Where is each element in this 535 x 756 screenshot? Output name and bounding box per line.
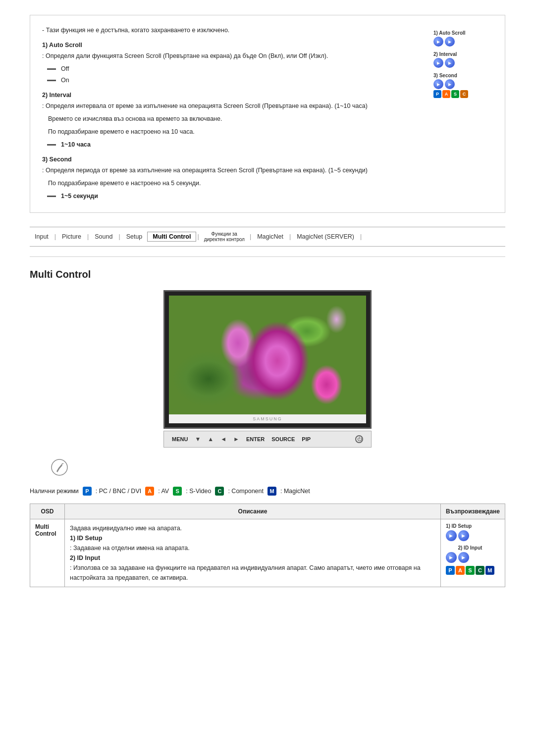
info-images-area: 1) Auto Scroll ▶ ▶ 2) Interval ▶ ▶ 3) Se… [433, 25, 493, 202]
page-divider [30, 256, 505, 257]
section2-desc: : Определя интервала от време за изпълне… [42, 101, 424, 111]
pasc-badges: P A S C M [446, 566, 494, 575]
bullet-line-off [47, 68, 56, 70]
mode-badge-s: S [173, 487, 182, 496]
mode-badge-c: C [215, 487, 224, 496]
up-button[interactable]: ▲ [208, 436, 214, 443]
nav-sep5: | [249, 233, 252, 240]
nav-picture[interactable]: Picture [57, 233, 86, 240]
replay-label1: 1) ID Setup [446, 523, 472, 529]
item1-desc: : Задаване на отделни имена на апарата. [70, 545, 190, 552]
pen-icon-area [50, 457, 505, 479]
mode-a-desc: : AV [158, 488, 169, 495]
section3-title: 3) Second [42, 154, 424, 164]
table-row: MultiControl Задава индивидуално име на … [30, 519, 505, 587]
monitor-container: SAMSUNG MENU ▼ ▲ ◄ ► ENTER SOURCE PIP ⏻ [30, 290, 505, 448]
info-play-pair1: ▶ ▶ [433, 37, 466, 47]
section3-range: 1~5 секунди [47, 191, 424, 201]
info-play-btn3b: ▶ [445, 79, 455, 89]
info-img3-label: 3) Second [433, 73, 468, 78]
nav-functions[interactable]: Функции за директен контрол [200, 231, 249, 242]
td-osd: MultiControl [30, 519, 65, 587]
pasc-s: S [466, 566, 475, 575]
section1-off: Off [47, 64, 424, 74]
play-btn2b: ▶ [458, 552, 469, 563]
info-img1-label: 1) Auto Scroll [433, 30, 466, 36]
osd-btn-group: 1) ID Setup ▶ ▶ 2) ID Input ▶ ▶ [446, 523, 500, 575]
pip-button[interactable]: PIP [302, 436, 311, 442]
control-panel[interactable]: MENU ▼ ▲ ◄ ► ENTER SOURCE PIP ⏻ [163, 431, 372, 448]
play-btn2a: ▶ [446, 552, 457, 563]
play-pair1: ▶ ▶ [446, 530, 472, 541]
info-play-btn2a: ▶ [433, 58, 443, 68]
info-play-btn1a: ▶ [433, 37, 443, 47]
power-button[interactable]: ⏻ [355, 435, 363, 443]
monitor-brand-bar: SAMSUNG [169, 414, 366, 423]
section-heading: Multi Control [30, 269, 505, 280]
info-img-row3: 3) Second ▶ ▶ P A S C [433, 73, 468, 98]
mode-p-desc: : PC / BNC / DVI [96, 488, 141, 495]
monitor-display [169, 296, 366, 414]
play-btn1b: ▶ [458, 530, 469, 541]
right-button[interactable]: ► [233, 436, 239, 443]
pasc-p: P [446, 566, 455, 575]
nav-sep2: | [86, 233, 90, 240]
intro-text: - Тази функция не е достъпна, когато зах… [42, 25, 424, 35]
nav-sep1: | [54, 233, 57, 240]
source-button[interactable]: SOURCE [271, 436, 295, 442]
item1-title: 1) ID Setup [70, 535, 102, 542]
info-play-btn3a: ▶ [433, 79, 443, 89]
item2-title: 2) ID Input [70, 554, 100, 561]
modes-label: Налични режими [30, 488, 79, 495]
play-btn1a: ▶ [446, 530, 457, 541]
monitor-frame: SAMSUNG [163, 290, 372, 429]
col-replay: Възпроизвеждане [440, 504, 505, 519]
nav-sound[interactable]: Sound [90, 233, 117, 240]
bullet-line-second [47, 196, 56, 197]
navigation-bar[interactable]: Input | Picture | Sound | Setup Multi Co… [30, 227, 505, 247]
section3-desc: : Определя периода от време за изпълнени… [42, 165, 424, 175]
section2-range: 1~10 часа [47, 140, 424, 150]
col-osd: OSD [30, 504, 65, 519]
svg-line-1 [61, 463, 63, 464]
nav-sep7: | [359, 233, 363, 240]
pasc-c: C [476, 566, 484, 575]
section3-desc2: По подразбиране времето е настроено на 5… [48, 178, 424, 188]
mode-badge-a: A [145, 487, 154, 496]
monitor-screen [169, 296, 366, 414]
info-play-pair3: ▶ ▶ [433, 79, 468, 89]
section2-desc3: По подразбиране времето е настроено на 1… [48, 127, 424, 137]
section1-desc: : Определя дали функцията Screen Scroll … [42, 51, 424, 61]
item2-desc: : Използва се за задаване на функциите н… [70, 564, 421, 581]
info-img2-label: 2) Interval [433, 51, 457, 57]
mode-badge-m: M [268, 487, 276, 496]
osd-btn-row1: 1) ID Setup ▶ ▶ [446, 523, 472, 541]
mode-c-desc: : Component [228, 488, 264, 495]
info-badge-s: S [451, 90, 459, 98]
nav-sep4: | [196, 233, 200, 240]
info-badge-a: A [442, 90, 450, 98]
pasc-row-info: P A S C [433, 90, 468, 98]
down-button[interactable]: ▼ [195, 436, 201, 443]
info-img-row2: 2) Interval ▶ ▶ [433, 51, 457, 68]
pasc-a: A [456, 566, 465, 575]
left-button[interactable]: ◄ [220, 436, 226, 443]
info-img-row1: 1) Auto Scroll ▶ ▶ [433, 30, 466, 47]
nav-setup[interactable]: Setup [121, 233, 148, 240]
nav-magicnet[interactable]: MagicNet [252, 233, 288, 240]
info-play-btn1b: ▶ [445, 37, 455, 47]
pen-icon [50, 457, 69, 477]
enter-button[interactable]: ENTER [246, 436, 265, 442]
info-play-btn2b: ▶ [445, 58, 455, 68]
modes-row: Налични режими P : PC / BNC / DVI A : AV… [30, 487, 505, 496]
nav-multi-control[interactable]: Multi Control [147, 232, 196, 242]
nav-input[interactable]: Input [30, 233, 54, 240]
menu-button[interactable]: MENU [172, 436, 188, 442]
td-replay: 1) ID Setup ▶ ▶ 2) ID Input ▶ ▶ [440, 519, 505, 587]
pasc-m: M [485, 566, 494, 575]
info-badge-c: C [460, 90, 468, 98]
nav-magicnet-server[interactable]: MagicNet (SERVER) [292, 233, 359, 240]
info-badge-p: P [433, 90, 441, 98]
table-header-row: OSD Описание Възпроизвеждане [30, 504, 505, 519]
main-table: OSD Описание Възпроизвеждане MultiContro… [30, 504, 505, 587]
